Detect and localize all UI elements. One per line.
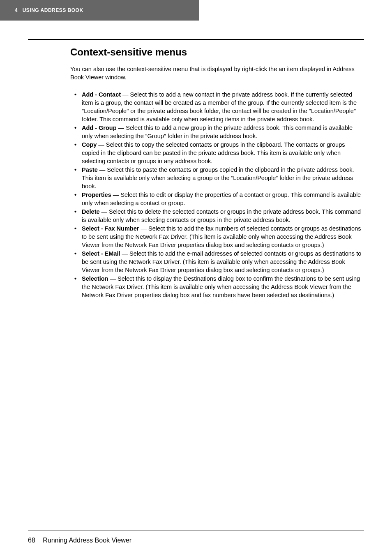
- list-item-term: Delete: [82, 208, 100, 215]
- horizontal-rule-top: [28, 39, 364, 40]
- list-item-term: Select - Fax Number: [82, 225, 139, 232]
- list-item: Add - Group — Select this to add a new g…: [82, 124, 364, 140]
- context-menu-list: Add - Contact — Select this to add a new…: [70, 90, 364, 299]
- chapter-number: 4: [15, 7, 18, 13]
- list-item-term: Paste: [82, 166, 98, 173]
- list-item-desc: — Select this to display the Destination…: [82, 275, 360, 298]
- list-item-term: Selection: [82, 275, 108, 282]
- list-item-desc: — Select this to add the e-mail addresse…: [82, 250, 361, 273]
- chapter-header: 4 USING ADDRESS BOOK: [0, 0, 199, 21]
- list-item-desc: — Select this to edit or display the pro…: [82, 192, 361, 206]
- list-item-desc: — Select this to add a new contact in th…: [82, 91, 357, 122]
- list-item-desc: — Select this to add a new group in the …: [82, 125, 353, 139]
- main-content: Context-sensitive menus You can also use…: [70, 46, 364, 300]
- page-number: 68: [28, 537, 35, 544]
- list-item-desc: — Select this to paste the contacts or g…: [82, 166, 354, 189]
- list-item: Selection — Select this to display the D…: [82, 275, 364, 299]
- list-item-desc: — Select this to delete the selected con…: [82, 208, 361, 223]
- list-item: Properties — Select this to edit or disp…: [82, 191, 364, 207]
- list-item: Paste — Select this to paste the contact…: [82, 166, 364, 190]
- intro-paragraph: You can also use the context-sensitive m…: [70, 65, 364, 81]
- footer-section-name: Running Address Book Viewer: [43, 537, 131, 544]
- list-item: Select - Fax Number — Select this to add…: [82, 224, 364, 249]
- list-item: Select - EMail — Select this to add the …: [82, 249, 364, 274]
- list-item-term: Add - Contact: [82, 91, 121, 98]
- list-item: Copy — Select this to copy the selected …: [82, 141, 364, 165]
- list-item: Add - Contact — Select this to add a new…: [82, 90, 364, 123]
- page-footer: 68 Running Address Book Viewer: [28, 537, 131, 544]
- list-item: Delete — Select this to delete the selec…: [82, 208, 364, 224]
- list-item-desc: — Select this to copy the selected conta…: [82, 141, 345, 164]
- list-item-term: Add - Group: [82, 125, 117, 131]
- list-item-term: Select - EMail: [82, 250, 120, 257]
- horizontal-rule-bottom: [28, 531, 364, 531]
- list-item-term: Properties: [82, 192, 111, 198]
- list-item-term: Copy: [82, 141, 97, 148]
- section-title: Context-sensitive menus: [70, 46, 364, 58]
- chapter-title: USING ADDRESS BOOK: [23, 7, 83, 13]
